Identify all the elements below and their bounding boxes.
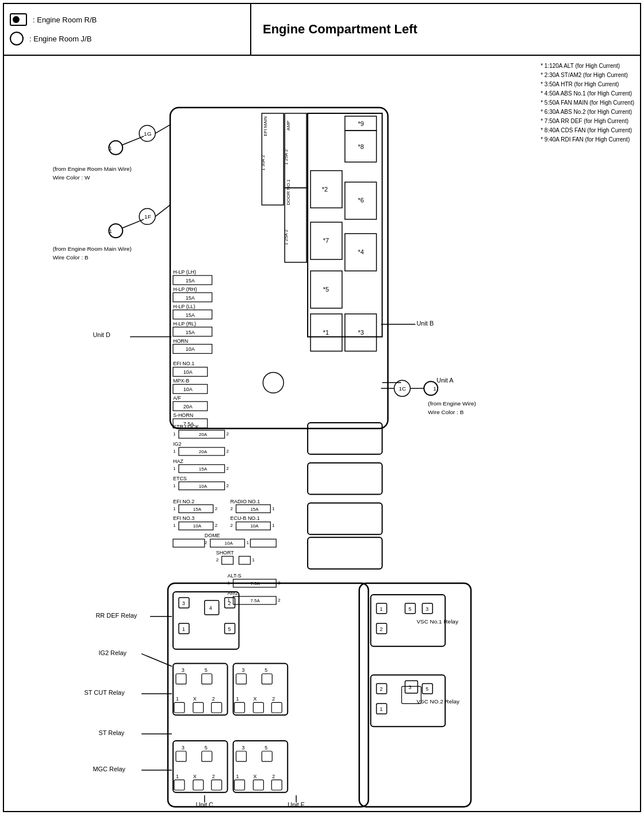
svg-text:(from Engine Wire): (from Engine Wire) — [428, 400, 476, 407]
svg-text:EFI NO.1: EFI NO.1 — [173, 361, 194, 366]
jb-label: : Engine Room J/B — [29, 35, 91, 43]
svg-rect-220 — [212, 780, 222, 790]
svg-rect-229 — [235, 780, 245, 790]
svg-text:*3: *3 — [358, 329, 364, 336]
svg-text:Wire Color : B: Wire Color : B — [53, 254, 89, 261]
svg-text:MGC Relay: MGC Relay — [93, 766, 125, 772]
svg-text:STR LOCK: STR LOCK — [173, 424, 199, 430]
header-left: : Engine Room R/B : Engine Room J/B — [4, 4, 251, 55]
svg-text:5: 5 — [264, 667, 267, 673]
svg-text:5: 5 — [408, 606, 411, 612]
svg-text:*2: *2 — [322, 186, 328, 193]
svg-text:H-LP (RL): H-LP (RL) — [173, 321, 196, 327]
svg-text:2: 2 — [272, 774, 275, 779]
svg-text:ST CUT Relay: ST CUT Relay — [84, 689, 125, 696]
svg-rect-219 — [193, 780, 204, 790]
svg-rect-193 — [193, 702, 204, 713]
svg-text:2: 2 — [227, 431, 229, 437]
svg-text:10A: 10A — [183, 387, 193, 392]
svg-text:15A: 15A — [186, 295, 195, 301]
svg-line-41 — [122, 219, 144, 228]
svg-text:SHORT: SHORT — [216, 550, 235, 556]
svg-text:1: 1 — [176, 696, 179, 702]
svg-rect-132 — [250, 539, 276, 547]
svg-text:2: 2 — [278, 598, 281, 603]
svg-text:1: 1 — [109, 228, 112, 234]
svg-rect-199 — [262, 674, 272, 684]
svg-rect-235 — [359, 583, 471, 807]
svg-text:1: 1 — [433, 385, 436, 392]
svg-rect-204 — [253, 702, 263, 713]
svg-text:DOME: DOME — [205, 533, 220, 538]
svg-rect-225 — [262, 751, 272, 762]
diagram-svg: EFI MAIN 1 30A 2 AMP 1 25A 2 DOOR NO.1 1… — [4, 56, 640, 810]
svg-rect-187 — [176, 674, 186, 684]
svg-text:5: 5 — [205, 745, 208, 751]
svg-text:1: 1 — [173, 431, 176, 437]
svg-text:A/F: A/F — [173, 395, 181, 401]
svg-text:RR DEF Relay: RR DEF Relay — [95, 612, 137, 619]
svg-rect-198 — [236, 674, 247, 684]
svg-text:15A: 15A — [250, 507, 259, 512]
svg-rect-136 — [239, 556, 251, 564]
svg-text:Wire Color : B: Wire Color : B — [428, 409, 463, 415]
svg-text:2: 2 — [380, 686, 383, 692]
svg-text:2: 2 — [227, 466, 229, 471]
svg-text:*8: *8 — [358, 143, 364, 150]
svg-text:20A: 20A — [199, 432, 208, 437]
svg-text:1  25A  2: 1 25A 2 — [283, 229, 289, 246]
svg-text:15A: 15A — [199, 466, 208, 472]
svg-text:1: 1 — [272, 506, 275, 511]
svg-text:1: 1 — [173, 506, 176, 511]
svg-text:5: 5 — [264, 745, 267, 751]
svg-text:5: 5 — [228, 626, 231, 632]
svg-text:ECU-B NO.1: ECU-B NO.1 — [231, 515, 260, 521]
svg-rect-192 — [174, 702, 185, 713]
svg-text:2: 2 — [212, 774, 215, 779]
svg-text:Unit B: Unit B — [416, 320, 434, 327]
svg-text:EFI NO.2: EFI NO.2 — [173, 499, 194, 504]
svg-text:1F: 1F — [144, 213, 151, 220]
svg-rect-242 — [308, 463, 382, 495]
svg-text:H-LP (LL): H-LP (LL) — [173, 304, 195, 309]
svg-text:*7: *7 — [323, 237, 329, 244]
svg-text:H-LP (RH): H-LP (RH) — [173, 286, 197, 292]
svg-text:RADIO NO.1: RADIO NO.1 — [231, 499, 260, 504]
svg-rect-194 — [212, 702, 222, 713]
svg-rect-230 — [253, 780, 263, 790]
svg-text:1: 1 — [176, 774, 179, 779]
svg-text:AMP: AMP — [286, 121, 291, 131]
svg-text:IG2: IG2 — [173, 441, 181, 447]
svg-point-76 — [263, 372, 283, 393]
svg-text:2: 2 — [227, 483, 229, 488]
svg-text:2: 2 — [215, 523, 218, 528]
header: : Engine Room R/B : Engine Room J/B Engi… — [4, 4, 640, 56]
svg-text:3: 3 — [182, 600, 185, 606]
svg-text:3: 3 — [425, 606, 428, 612]
svg-text:2: 2 — [272, 696, 275, 702]
svg-text:ALT-S: ALT-S — [228, 573, 241, 579]
svg-text:1: 1 — [173, 523, 176, 528]
svg-text:EFI MAIN: EFI MAIN — [263, 116, 268, 136]
svg-rect-214 — [202, 751, 212, 762]
svg-text:*5: *5 — [323, 286, 329, 293]
svg-text:2: 2 — [231, 506, 233, 511]
svg-text:1  30A  2: 1 30A 2 — [260, 155, 266, 171]
svg-text:5: 5 — [425, 686, 428, 692]
svg-text:AM2: AM2 — [228, 590, 238, 596]
svg-text:20A: 20A — [199, 449, 208, 454]
svg-text:3: 3 — [182, 745, 185, 751]
svg-text:10A: 10A — [186, 347, 195, 353]
svg-text:DOOR NO.1: DOOR NO.1 — [286, 179, 291, 205]
svg-text:3: 3 — [182, 667, 185, 673]
svg-text:ETCS: ETCS — [173, 476, 187, 481]
svg-text:X: X — [253, 696, 256, 702]
svg-text:2: 2 — [215, 506, 218, 511]
svg-text:X: X — [193, 696, 197, 702]
outer-border: : Engine Room R/B : Engine Room J/B Engi… — [3, 3, 641, 812]
svg-text:2: 2 — [227, 449, 229, 454]
svg-text:10A: 10A — [225, 541, 233, 546]
svg-rect-241 — [308, 423, 382, 454]
svg-text:3: 3 — [242, 667, 245, 673]
svg-text:1G: 1G — [144, 131, 151, 137]
